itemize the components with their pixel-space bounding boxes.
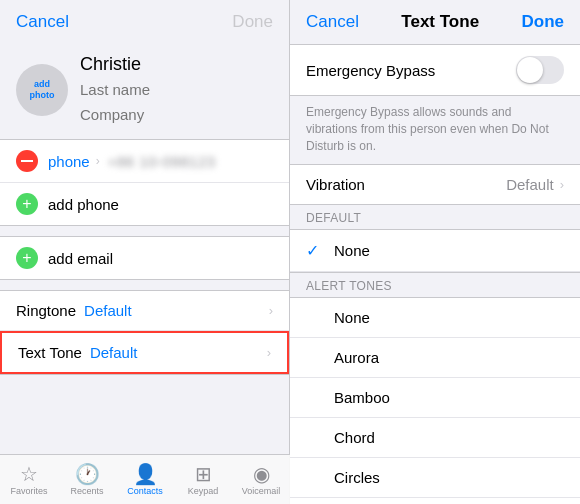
texttone-value: Default [90,344,138,361]
vibration-right: Default › [506,176,564,193]
add-phone-button[interactable] [16,193,38,215]
ringtone-value: Default [84,302,132,319]
voicemail-icon: ◉ [253,464,270,484]
default-none-item[interactable]: ✓ None [290,230,580,272]
recents-label: Recents [70,486,103,496]
alert-section-header: ALERT TONES [290,273,580,297]
tone-circles-label: Circles [334,469,380,486]
left-nav: Cancel Done [0,0,289,44]
vibration-label: Vibration [306,176,365,193]
bypass-description: Emergency Bypass allows sounds and vibra… [290,96,580,164]
add-photo-button[interactable]: add photo [16,64,68,116]
keypad-label: Keypad [188,486,219,496]
done-button[interactable]: Done [232,12,273,32]
phone-row[interactable]: phone › +86 10-098123 [0,140,289,183]
check-icon: ✓ [306,241,326,260]
keypad-icon: ⊞ [195,464,212,484]
tab-bar: ☆ Favorites 🕐 Recents 👤 Contacts ⊞ Keypa… [0,454,290,504]
tone-chord[interactable]: Chord [290,418,580,458]
vibration-arrow-icon: › [560,177,564,192]
gap1 [0,226,289,236]
add-email-row[interactable]: add email [0,237,289,279]
bypass-row: Emergency Bypass [290,45,580,95]
add-phone-label: add phone [48,196,119,213]
tab-recents[interactable]: 🕐 Recents [58,455,116,504]
tone-circles[interactable]: Circles [290,458,580,498]
tab-voicemail[interactable]: ◉ Voicemail [232,455,290,504]
toggle-knob [517,57,543,83]
contacts-label: Contacts [127,486,163,496]
ringtone-row[interactable]: Ringtone Default › [0,291,289,331]
vibration-row[interactable]: Vibration Default › [290,164,580,205]
add-photo-line2: photo [30,90,55,101]
remove-phone-button[interactable] [16,150,38,172]
favorites-icon: ☆ [20,464,38,484]
default-none-label: None [334,242,370,259]
right-title: Text Tone [401,12,479,32]
default-section-header: DEFAULT [290,205,580,229]
contacts-icon: 👤 [133,464,158,484]
texttone-left: Text Tone Default [18,344,137,361]
cancel-button[interactable]: Cancel [16,12,69,32]
company-field[interactable] [80,102,273,127]
tone-bamboo-label: Bamboo [334,389,390,406]
tab-keypad[interactable]: ⊞ Keypad [174,455,232,504]
contact-fields: Christie [80,52,273,127]
ringtone-arrow-icon: › [269,303,273,318]
vibration-value: Default [506,176,554,193]
left-panel: Cancel Done add photo Christie phone › +… [0,0,290,504]
add-email-button[interactable] [16,247,38,269]
tone-none-label: None [334,309,370,326]
favorites-label: Favorites [10,486,47,496]
email-section: add email [0,236,289,280]
right-cancel-button[interactable]: Cancel [306,12,359,32]
add-email-label: add email [48,250,113,267]
tone-none[interactable]: None [290,298,580,338]
emergency-bypass-section: Emergency Bypass [290,44,580,96]
tab-favorites[interactable]: ☆ Favorites [0,455,58,504]
last-name-field[interactable] [80,77,273,102]
phone-expand-arrow: › [96,154,100,168]
tone-chord-label: Chord [334,429,375,446]
right-nav: Cancel Text Tone Done [290,0,580,44]
ringtone-section: Ringtone Default › Text Tone Default › [0,290,289,375]
right-done-button[interactable]: Done [522,12,565,32]
right-panel: Cancel Text Tone Done Emergency Bypass E… [290,0,580,504]
add-phone-row[interactable]: add phone [0,183,289,225]
tab-contacts[interactable]: 👤 Contacts [116,455,174,504]
phone-section: phone › +86 10-098123 add phone [0,139,289,226]
voicemail-label: Voicemail [242,486,281,496]
tone-bamboo[interactable]: Bamboo [290,378,580,418]
tone-complete[interactable]: Complete [290,498,580,504]
phone-number[interactable]: +86 10-098123 [108,153,273,170]
alert-tone-list: None Aurora Bamboo Chord Circles Complet… [290,297,580,504]
tone-aurora[interactable]: Aurora [290,338,580,378]
default-tone-list: ✓ None [290,229,580,273]
add-photo-line1: add [34,79,50,90]
bypass-toggle[interactable] [516,56,564,84]
ringtone-left: Ringtone Default [16,302,132,319]
bypass-label: Emergency Bypass [306,62,435,79]
texttone-row[interactable]: Text Tone Default › [0,331,289,374]
contact-header: add photo Christie [0,44,289,139]
tone-aurora-label: Aurora [334,349,379,366]
ringtone-label: Ringtone [16,302,76,319]
texttone-arrow-icon: › [267,345,271,360]
recents-icon: 🕐 [75,464,100,484]
phone-label: phone [48,153,90,170]
first-name-field[interactable]: Christie [80,52,273,77]
texttone-label: Text Tone [18,344,82,361]
